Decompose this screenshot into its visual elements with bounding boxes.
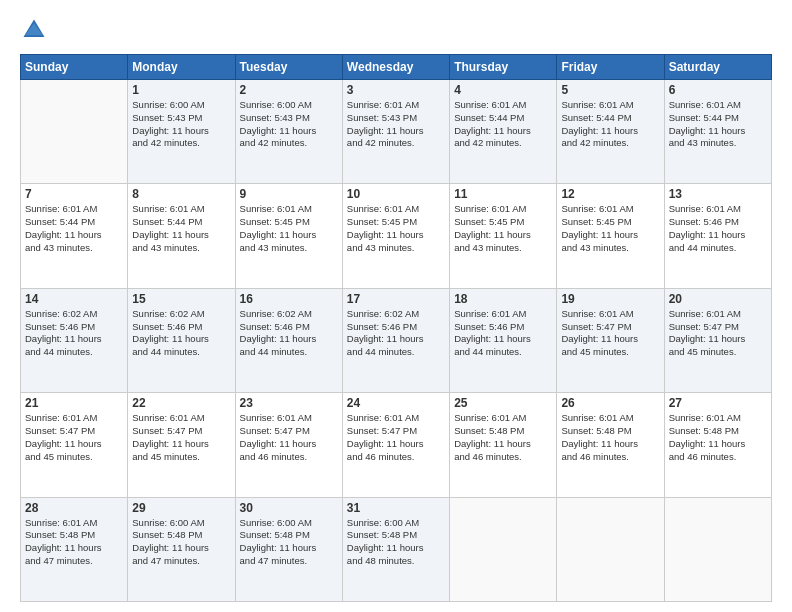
day-number: 7 [25, 187, 123, 201]
day-detail: Sunrise: 6:01 AM Sunset: 5:48 PM Dayligh… [669, 412, 767, 463]
calendar-cell: 14Sunrise: 6:02 AM Sunset: 5:46 PM Dayli… [21, 288, 128, 392]
day-detail: Sunrise: 6:00 AM Sunset: 5:43 PM Dayligh… [240, 99, 338, 150]
day-detail: Sunrise: 6:01 AM Sunset: 5:48 PM Dayligh… [25, 517, 123, 568]
weekday-header-sunday: Sunday [21, 55, 128, 80]
day-detail: Sunrise: 6:02 AM Sunset: 5:46 PM Dayligh… [25, 308, 123, 359]
calendar-cell: 30Sunrise: 6:00 AM Sunset: 5:48 PM Dayli… [235, 497, 342, 601]
day-number: 24 [347, 396, 445, 410]
calendar-cell: 6Sunrise: 6:01 AM Sunset: 5:44 PM Daylig… [664, 80, 771, 184]
day-detail: Sunrise: 6:01 AM Sunset: 5:45 PM Dayligh… [240, 203, 338, 254]
calendar-cell: 31Sunrise: 6:00 AM Sunset: 5:48 PM Dayli… [342, 497, 449, 601]
day-detail: Sunrise: 6:01 AM Sunset: 5:44 PM Dayligh… [454, 99, 552, 150]
calendar-week-row: 14Sunrise: 6:02 AM Sunset: 5:46 PM Dayli… [21, 288, 772, 392]
svg-marker-1 [25, 23, 43, 35]
day-number: 1 [132, 83, 230, 97]
day-number: 6 [669, 83, 767, 97]
calendar-cell: 11Sunrise: 6:01 AM Sunset: 5:45 PM Dayli… [450, 184, 557, 288]
day-number: 23 [240, 396, 338, 410]
calendar-week-row: 21Sunrise: 6:01 AM Sunset: 5:47 PM Dayli… [21, 393, 772, 497]
day-detail: Sunrise: 6:01 AM Sunset: 5:47 PM Dayligh… [347, 412, 445, 463]
calendar-cell: 2Sunrise: 6:00 AM Sunset: 5:43 PM Daylig… [235, 80, 342, 184]
day-number: 10 [347, 187, 445, 201]
day-detail: Sunrise: 6:01 AM Sunset: 5:47 PM Dayligh… [240, 412, 338, 463]
calendar-cell: 23Sunrise: 6:01 AM Sunset: 5:47 PM Dayli… [235, 393, 342, 497]
day-detail: Sunrise: 6:00 AM Sunset: 5:48 PM Dayligh… [132, 517, 230, 568]
day-detail: Sunrise: 6:01 AM Sunset: 5:46 PM Dayligh… [669, 203, 767, 254]
day-detail: Sunrise: 6:01 AM Sunset: 5:44 PM Dayligh… [561, 99, 659, 150]
day-detail: Sunrise: 6:02 AM Sunset: 5:46 PM Dayligh… [132, 308, 230, 359]
day-number: 16 [240, 292, 338, 306]
weekday-header-tuesday: Tuesday [235, 55, 342, 80]
day-detail: Sunrise: 6:01 AM Sunset: 5:44 PM Dayligh… [25, 203, 123, 254]
weekday-header-saturday: Saturday [664, 55, 771, 80]
calendar-cell: 7Sunrise: 6:01 AM Sunset: 5:44 PM Daylig… [21, 184, 128, 288]
day-number: 29 [132, 501, 230, 515]
calendar-cell: 21Sunrise: 6:01 AM Sunset: 5:47 PM Dayli… [21, 393, 128, 497]
day-detail: Sunrise: 6:02 AM Sunset: 5:46 PM Dayligh… [347, 308, 445, 359]
day-number: 2 [240, 83, 338, 97]
calendar-cell: 4Sunrise: 6:01 AM Sunset: 5:44 PM Daylig… [450, 80, 557, 184]
day-detail: Sunrise: 6:00 AM Sunset: 5:48 PM Dayligh… [347, 517, 445, 568]
day-detail: Sunrise: 6:01 AM Sunset: 5:45 PM Dayligh… [454, 203, 552, 254]
logo-icon [20, 16, 48, 44]
day-number: 26 [561, 396, 659, 410]
day-number: 11 [454, 187, 552, 201]
day-number: 21 [25, 396, 123, 410]
calendar-cell [450, 497, 557, 601]
weekday-header-thursday: Thursday [450, 55, 557, 80]
day-detail: Sunrise: 6:01 AM Sunset: 5:45 PM Dayligh… [347, 203, 445, 254]
calendar-cell: 29Sunrise: 6:00 AM Sunset: 5:48 PM Dayli… [128, 497, 235, 601]
day-detail: Sunrise: 6:02 AM Sunset: 5:46 PM Dayligh… [240, 308, 338, 359]
day-detail: Sunrise: 6:01 AM Sunset: 5:47 PM Dayligh… [132, 412, 230, 463]
calendar-cell: 22Sunrise: 6:01 AM Sunset: 5:47 PM Dayli… [128, 393, 235, 497]
day-number: 19 [561, 292, 659, 306]
day-detail: Sunrise: 6:01 AM Sunset: 5:47 PM Dayligh… [561, 308, 659, 359]
calendar-cell: 10Sunrise: 6:01 AM Sunset: 5:45 PM Dayli… [342, 184, 449, 288]
weekday-header-monday: Monday [128, 55, 235, 80]
day-number: 4 [454, 83, 552, 97]
day-number: 31 [347, 501, 445, 515]
calendar-cell: 5Sunrise: 6:01 AM Sunset: 5:44 PM Daylig… [557, 80, 664, 184]
day-number: 15 [132, 292, 230, 306]
day-detail: Sunrise: 6:00 AM Sunset: 5:43 PM Dayligh… [132, 99, 230, 150]
day-number: 28 [25, 501, 123, 515]
day-number: 17 [347, 292, 445, 306]
calendar-cell: 16Sunrise: 6:02 AM Sunset: 5:46 PM Dayli… [235, 288, 342, 392]
day-number: 12 [561, 187, 659, 201]
calendar-week-row: 1Sunrise: 6:00 AM Sunset: 5:43 PM Daylig… [21, 80, 772, 184]
calendar-cell: 24Sunrise: 6:01 AM Sunset: 5:47 PM Dayli… [342, 393, 449, 497]
day-number: 14 [25, 292, 123, 306]
weekday-header-row: SundayMondayTuesdayWednesdayThursdayFrid… [21, 55, 772, 80]
calendar-cell: 28Sunrise: 6:01 AM Sunset: 5:48 PM Dayli… [21, 497, 128, 601]
day-number: 30 [240, 501, 338, 515]
calendar-cell: 9Sunrise: 6:01 AM Sunset: 5:45 PM Daylig… [235, 184, 342, 288]
weekday-header-friday: Friday [557, 55, 664, 80]
day-detail: Sunrise: 6:01 AM Sunset: 5:48 PM Dayligh… [561, 412, 659, 463]
header [20, 16, 772, 44]
calendar-cell: 27Sunrise: 6:01 AM Sunset: 5:48 PM Dayli… [664, 393, 771, 497]
calendar-cell [557, 497, 664, 601]
calendar-week-row: 7Sunrise: 6:01 AM Sunset: 5:44 PM Daylig… [21, 184, 772, 288]
day-number: 3 [347, 83, 445, 97]
calendar-cell: 26Sunrise: 6:01 AM Sunset: 5:48 PM Dayli… [557, 393, 664, 497]
day-number: 5 [561, 83, 659, 97]
day-number: 25 [454, 396, 552, 410]
day-number: 27 [669, 396, 767, 410]
calendar-week-row: 28Sunrise: 6:01 AM Sunset: 5:48 PM Dayli… [21, 497, 772, 601]
day-detail: Sunrise: 6:01 AM Sunset: 5:43 PM Dayligh… [347, 99, 445, 150]
day-detail: Sunrise: 6:01 AM Sunset: 5:44 PM Dayligh… [669, 99, 767, 150]
day-number: 20 [669, 292, 767, 306]
calendar-cell [664, 497, 771, 601]
day-detail: Sunrise: 6:01 AM Sunset: 5:47 PM Dayligh… [25, 412, 123, 463]
calendar-cell: 20Sunrise: 6:01 AM Sunset: 5:47 PM Dayli… [664, 288, 771, 392]
weekday-header-wednesday: Wednesday [342, 55, 449, 80]
calendar-cell: 19Sunrise: 6:01 AM Sunset: 5:47 PM Dayli… [557, 288, 664, 392]
day-number: 18 [454, 292, 552, 306]
calendar-cell: 17Sunrise: 6:02 AM Sunset: 5:46 PM Dayli… [342, 288, 449, 392]
day-detail: Sunrise: 6:00 AM Sunset: 5:48 PM Dayligh… [240, 517, 338, 568]
day-detail: Sunrise: 6:01 AM Sunset: 5:48 PM Dayligh… [454, 412, 552, 463]
calendar-cell: 18Sunrise: 6:01 AM Sunset: 5:46 PM Dayli… [450, 288, 557, 392]
calendar-cell: 3Sunrise: 6:01 AM Sunset: 5:43 PM Daylig… [342, 80, 449, 184]
day-number: 22 [132, 396, 230, 410]
calendar-cell [21, 80, 128, 184]
